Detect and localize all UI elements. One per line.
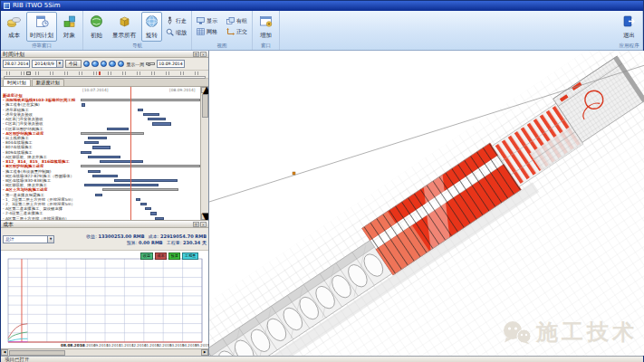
gantt-bar[interactable] [81,132,144,135]
ribbon-group-view: 显示 有组 网格 正交 视图 [192,11,253,50]
display-button[interactable]: 显示 [195,17,219,25]
coins-icon [7,14,21,28]
cost-button[interactable]: 成本 [4,12,24,42]
schedule-tabs: 时间计划 新进度计划 [1,79,208,87]
app-window: RIB iTWO 5Sim 成本 时间计划 对象 停靠窗口 [0,0,644,362]
gantt-bar[interactable] [84,184,159,186]
gantt-bar[interactable] [88,137,107,139]
gantt-bar[interactable] [155,217,165,220]
window-title: RIB iTWO 5Sim [13,1,61,11]
quantity-value: 230.34 天 [183,240,207,245]
today-button[interactable]: 今日 [65,60,82,68]
window-add-icon [259,14,273,28]
title-bar: RIB iTWO 5Sim [1,1,643,11]
ribbon-spacer [280,11,616,50]
timeline-slider-zone [1,71,208,79]
horizontal-scrollbar[interactable]: ◀ ▶ [1,348,208,356]
svg-text:05.2015: 05.2015 [195,343,209,348]
gantt-bar[interactable] [84,141,99,144]
legend-chip: 成本 [155,252,167,260]
gantt-bar[interactable] [143,113,159,116]
group-label-view: 视图 [195,42,249,50]
date-combo[interactable]: 2014/8/9 ▼ [32,60,63,68]
gantt-header-start-date: [10.07.2014] [82,88,109,92]
grid-button[interactable]: 网格 [195,28,219,36]
gantt-bar[interactable] [114,179,178,182]
walk-button[interactable]: 行走 [164,16,188,25]
gantt-vertical-scrollbar[interactable]: ▲ ▼ [200,87,208,220]
group-mode-button[interactable]: 有组 [225,17,249,25]
gantt-header-end-date: [08.09.2014] [169,88,196,92]
close-panel-icon[interactable]: × [200,222,207,227]
tab-schedule[interactable]: 时间计划 [3,79,31,87]
exit-button[interactable]: 退出 [619,12,639,42]
start-date-field[interactable]: 28.07.2014 [3,60,30,68]
gantt-bar[interactable] [95,194,102,196]
ortho-button[interactable]: 正交 [225,28,249,36]
play-speed-button-5[interactable] [118,61,125,68]
close-panel-icon[interactable]: × [200,52,207,57]
gantt-header: [10.07.2014] [08.09.2014] [1,87,208,93]
gantt-bar[interactable] [92,175,118,177]
gold-box-icon [118,14,131,28]
schedule-button[interactable]: 时间计划 [26,12,57,42]
gantt-bar[interactable] [148,118,166,120]
status-text: 项目已打开 [5,357,30,362]
gantt-task-label: - A区第三层土方开挖（开挖深度8m） [1,216,81,220]
gantt-bar[interactable] [152,122,171,125]
status-bar: 项目已打开 [1,356,643,362]
gantt-bar[interactable] [138,109,142,111]
gantt-bar[interactable] [81,99,200,101]
gantt-bar[interactable] [150,212,158,214]
gantt-bar[interactable] [81,151,91,154]
scroll-right-icon[interactable]: ▶ [201,349,208,356]
objects-button[interactable]: 对象 [59,12,80,42]
ribbon-group-dock: 成本 时间计划 对象 停靠窗口 [1,11,83,50]
scrollbar-thumb[interactable] [202,94,208,118]
timeline-ruler[interactable] [4,71,206,75]
chevron-down-icon: ▼ [47,236,53,243]
tab-new-schedule[interactable]: 新进度计划 [32,79,64,87]
scroll-left-icon[interactable]: ◀ [1,349,8,356]
gantt-bar[interactable] [100,160,143,163]
scrollbar-thumb[interactable] [9,350,65,356]
gantt-bar[interactable] [88,156,120,158]
cost-total-combo[interactable]: 总计 ▼ [3,235,54,243]
scroll-down-icon[interactable]: ▼ [201,214,208,220]
play-speed-button-2[interactable] [91,61,99,68]
gantt-row[interactable]: - A区第三层土方开挖（开挖深度8m） [1,216,200,220]
scroll-up-icon[interactable]: ▲ [201,87,208,93]
model-3d-viewport[interactable]: 施工技术 [209,51,644,356]
gantt-bar[interactable] [81,165,200,167]
play-speed-button-3[interactable] [101,61,108,68]
gantt-bar-area [81,216,200,220]
play-speed-button-1[interactable] [83,61,91,68]
show-all-button[interactable]: 显示所有 [109,12,139,42]
gantt-bar[interactable] [82,103,84,106]
add-window-button[interactable]: 增加 [255,12,276,42]
schedule-panel-title: 时间计划 [3,51,24,57]
curve-成本 [8,324,27,338]
gantt-bar[interactable] [136,198,140,201]
rotate-button[interactable]: 旋转 [141,12,162,42]
show-week-label: 显示一周 [126,62,144,67]
week-toggle[interactable] [146,62,155,65]
gantt-bar[interactable] [107,128,129,130]
initial-button[interactable]: 初始 [86,12,107,42]
float-panel-icon[interactable]: ⊡ [193,52,199,57]
ortho-axes-icon [226,28,235,36]
gantt-bar[interactable] [88,170,101,173]
cost-chart: 收益成本预算工程量 08.08.201408.201409.201410.201… [1,251,208,348]
gantt-bar[interactable] [145,207,151,210]
gantt-today-line [130,87,131,220]
legend-chip: 工程量 [182,252,198,260]
gantt-bar[interactable] [102,188,178,191]
timeline-slider-thumb[interactable] [26,71,31,75]
gantt-bar[interactable] [140,203,147,205]
group-label-window: 窗口 [255,42,276,50]
zoom-pan-button[interactable]: 缩放 [164,28,188,37]
play-speed-button-4[interactable] [109,61,116,68]
gantt-bar[interactable] [92,146,111,148]
end-date-field[interactable]: 10.09.2014 [157,60,184,68]
float-panel-icon[interactable]: ⊡ [193,222,199,227]
